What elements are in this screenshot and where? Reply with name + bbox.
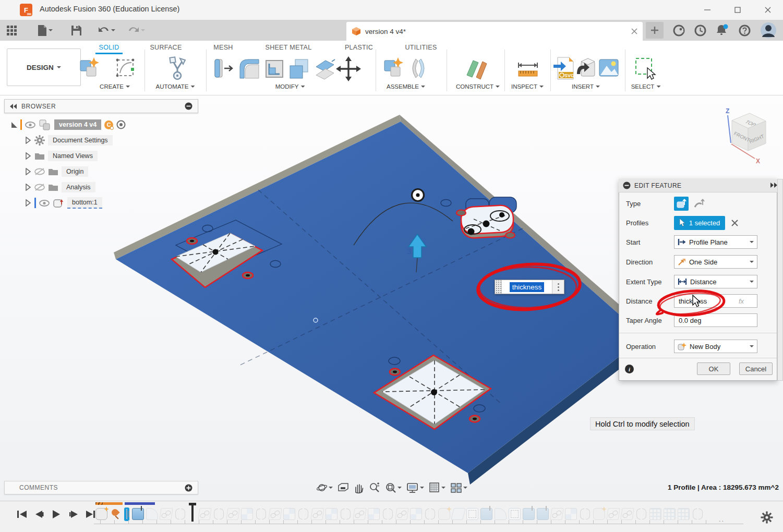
joint-feature-icon[interactable]: [255, 508, 267, 520]
file-menu-button[interactable]: [35, 23, 55, 38]
browser-row-bottom-body[interactable]: bottom:1: [25, 196, 102, 210]
automate-group-label[interactable]: AUTOMATE: [156, 83, 195, 90]
timeline-settings-gear-icon[interactable]: [761, 511, 773, 524]
activate-radio-icon[interactable]: [116, 120, 126, 129]
browser-row-origin[interactable]: Origin: [25, 165, 88, 178]
collapsed-arrow-icon[interactable]: [25, 168, 31, 175]
plane-feature-icon[interactable]: [451, 508, 466, 520]
dialog-header[interactable]: EDIT FEATURE: [619, 179, 777, 192]
visibility-off-eye-icon[interactable]: [34, 168, 45, 175]
comp-feature-icon[interactable]: [283, 508, 295, 520]
comments-bar[interactable]: COMMENTS: [4, 481, 198, 494]
new-body-tool-icon[interactable]: [78, 56, 101, 80]
collapsed-arrow-icon[interactable]: [25, 199, 31, 207]
document-tab[interactable]: version 4 v4*: [346, 22, 643, 41]
automate-tool-icon[interactable]: [165, 56, 189, 81]
insert-derive-tool-icon[interactable]: [575, 56, 598, 80]
construct-group-label[interactable]: CONSTRUCT: [456, 83, 500, 90]
body-feature-icon[interactable]: [95, 508, 107, 520]
job-status-clock-icon[interactable]: [694, 25, 706, 37]
link-feature-icon[interactable]: [550, 508, 563, 520]
dialog-minus-icon[interactable]: [623, 182, 631, 189]
pattern-feature-icon[interactable]: [664, 508, 676, 520]
browser-row-analysis[interactable]: Analysis: [25, 180, 95, 194]
visibility-off-eye-icon[interactable]: [34, 184, 45, 191]
notifications-bell-icon[interactable]: [716, 24, 729, 37]
hole[interactable]: [505, 233, 515, 238]
direction-select[interactable]: One Side: [674, 255, 757, 269]
taper-angle-input[interactable]: [674, 313, 757, 327]
help-icon[interactable]: [739, 25, 751, 37]
offset-face-tool-icon[interactable]: [312, 56, 337, 81]
timeline-position-marker[interactable]: [191, 503, 194, 522]
redo-button[interactable]: [125, 23, 148, 38]
collapsed-arrow-icon[interactable]: [25, 184, 31, 191]
select-tool-icon[interactable]: [634, 56, 658, 80]
maximize-button[interactable]: [722, 0, 753, 20]
browser-item-label[interactable]: Analysis: [62, 182, 95, 192]
play-button[interactable]: [50, 509, 63, 520]
sketch-feature-icon[interactable]: [509, 508, 521, 520]
tab-plastic[interactable]: PLASTIC: [345, 44, 373, 51]
viewports-button[interactable]: [449, 481, 468, 494]
go-to-start-button[interactable]: [16, 509, 28, 520]
sketch-feature-icon[interactable]: [466, 508, 478, 520]
close-button[interactable]: [753, 0, 783, 20]
panel-minus-icon[interactable]: [185, 102, 192, 110]
dialog-info-icon[interactable]: i: [625, 365, 634, 373]
dimension-menu-button[interactable]: [552, 280, 564, 294]
step-forward-button[interactable]: [67, 509, 80, 520]
insert-image-tool-icon[interactable]: [597, 56, 620, 79]
tab-mesh[interactable]: MESH: [213, 44, 233, 51]
joint-feature-icon[interactable]: [297, 508, 309, 520]
pattern-feature-icon[interactable]: [649, 508, 661, 520]
selected-feature[interactable]: [124, 507, 129, 521]
orbit-button[interactable]: [315, 481, 334, 494]
ok-button[interactable]: OK: [697, 362, 730, 375]
browser-header[interactable]: BROWSER: [4, 99, 198, 113]
move-tool-icon[interactable]: [336, 56, 361, 81]
visibility-eye-icon[interactable]: [25, 122, 35, 128]
measure-tool-icon[interactable]: [515, 56, 540, 81]
construct-plane-tool-icon[interactable]: [465, 56, 490, 81]
modify-group-label[interactable]: MODIFY: [275, 83, 305, 90]
link-feature-icon[interactable]: [268, 508, 282, 520]
shell-tool-icon[interactable]: [262, 56, 287, 81]
dimension-drag-handle[interactable]: [495, 280, 502, 294]
pan-button[interactable]: [353, 481, 365, 494]
joint-feature-icon[interactable]: [382, 508, 394, 520]
fillet-tool-icon[interactable]: [237, 56, 262, 81]
insert-svg-tool-icon[interactable]: SVG: [552, 56, 575, 81]
workspace-selector[interactable]: DESIGN: [7, 49, 81, 86]
start-select[interactable]: Profile Plane: [674, 235, 757, 249]
pattern-feature-icon[interactable]: [678, 508, 690, 520]
new-component-tool-icon[interactable]: [382, 56, 405, 80]
display-settings-button[interactable]: [405, 481, 425, 494]
capture-position-badge[interactable]: C: [104, 120, 113, 129]
new-document-tab-button[interactable]: [646, 22, 664, 39]
dimension-input[interactable]: thickness: [502, 280, 552, 294]
inspect-group-label[interactable]: INSPECT: [511, 83, 544, 90]
extrude-feature-icon[interactable]: [132, 508, 144, 520]
create-sketch-tool-icon[interactable]: [115, 56, 139, 80]
joint-feature-icon[interactable]: [213, 508, 225, 520]
step-back-button[interactable]: [33, 509, 45, 520]
extrude-feature-icon[interactable]: [537, 508, 549, 520]
body-feature-icon[interactable]: [438, 508, 450, 520]
assemble-group-label[interactable]: ASSEMBLE: [387, 83, 425, 90]
joint-feature-icon[interactable]: [692, 508, 704, 520]
joint-tool-icon[interactable]: [406, 56, 430, 80]
tab-utilities[interactable]: UTILITIES: [405, 44, 437, 51]
extent-type-select[interactable]: Distance: [674, 275, 757, 288]
joint-feature-icon[interactable]: [635, 508, 647, 520]
minimize-button[interactable]: [692, 0, 722, 20]
sketch-point[interactable]: [314, 318, 318, 322]
browser-row-document-settings[interactable]: Document Settings: [25, 134, 113, 147]
link-feature-icon[interactable]: [198, 508, 211, 520]
tab-solid[interactable]: SOLID: [99, 44, 119, 51]
comp-feature-icon[interactable]: [326, 508, 338, 520]
app-grid-button[interactable]: [4, 23, 19, 38]
comp-feature-icon[interactable]: [241, 508, 253, 520]
link-feature-icon[interactable]: [226, 508, 239, 520]
joint-feature-icon[interactable]: [340, 508, 352, 520]
